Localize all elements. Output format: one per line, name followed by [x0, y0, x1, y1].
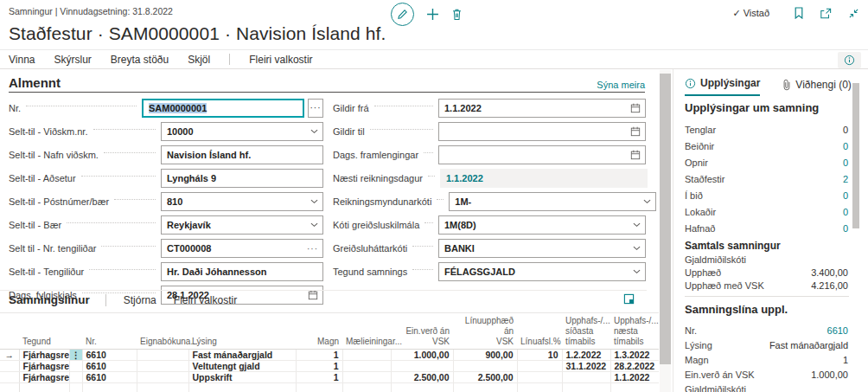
chevron-down-icon[interactable] [633, 246, 641, 251]
greidsluhattarkoti-field[interactable] [438, 239, 646, 258]
chevron-down-icon[interactable] [633, 222, 641, 228]
nr-assist-button[interactable]: ··· [308, 99, 323, 118]
reikningsmyndunarkoti-field[interactable] [449, 192, 656, 211]
col-sidasta-timabils[interactable]: Upphafs-/... síðasta tímabils [562, 313, 610, 350]
window-actions: ✓ Vistað [732, 7, 859, 19]
stat-row: Opnir 0 [673, 154, 868, 170]
tab-vidhengi[interactable]: Viðhengi (0) [782, 79, 852, 96]
field-row: Gildir til [333, 119, 646, 143]
tab-upplysingar[interactable]: Upplýsingar [685, 77, 760, 96]
stat-value: 0 [843, 125, 848, 135]
table-row[interactable]: → Fjárhagsreik... ⋮ 6610 Fast mánaðargja… [0, 350, 659, 361]
line-info-row: Lýsing Fast mánaðargjald [673, 337, 868, 352]
field-label: Reikningsmyndunarkóti [333, 196, 431, 207]
stat-row: Í bið 0 [673, 187, 868, 203]
stat-value-link[interactable]: 0 [843, 141, 848, 151]
selt-til-nafn-vidskm-field[interactable] [161, 145, 323, 164]
nr-field[interactable]: SAM0000001 [142, 99, 304, 118]
gildir-til-field[interactable] [438, 122, 646, 141]
field-row: Selt-til - Póstnúmer/bær [9, 190, 323, 213]
new-icon[interactable] [426, 8, 439, 21]
breadcrumb[interactable]: Samningur | Vinnudagsetning: 31.8.2022 [9, 6, 173, 16]
col-nr[interactable]: Nr. [82, 313, 137, 350]
lines-menu-stjorna[interactable]: Stjórna [124, 294, 156, 306]
assist-ellipsis-icon[interactable]: ··· [307, 243, 318, 253]
collapse-icon[interactable] [848, 8, 859, 19]
chevron-down-icon[interactable] [310, 199, 318, 204]
info-icon [844, 55, 855, 66]
calendar-icon[interactable] [630, 103, 641, 113]
stat-value-link[interactable]: 0 [843, 157, 848, 168]
col-tegund[interactable]: Tegund [19, 313, 69, 350]
line-info-value-link[interactable]: 6610 [827, 325, 848, 336]
lines-menu-more[interactable]: Fleiri valkostir [174, 294, 237, 306]
menu-breyta-stodu[interactable]: Breyta stöðu [111, 54, 169, 66]
field-row: Selt-til - Nafn viðskm. [9, 143, 323, 166]
menu-skyrslur[interactable]: Skýrslur [54, 54, 91, 66]
koti-greidsluskilmala-field[interactable] [438, 215, 646, 235]
field-row: Dags. framlengingar [333, 143, 646, 166]
factbox-divider [685, 296, 849, 297]
check-icon: ✓ [732, 8, 740, 19]
edit-icon[interactable] [391, 3, 414, 26]
chevron-down-icon[interactable] [310, 129, 318, 134]
row-menu-button[interactable]: ⋮ [69, 350, 82, 361]
stat-value-link[interactable]: 2 [843, 174, 848, 184]
chevron-down-icon[interactable] [633, 269, 641, 274]
line-info-row: Magn 1 [673, 352, 868, 367]
paperclip-icon [782, 79, 791, 91]
col-maelieiningar[interactable]: Mælieiningar... [342, 313, 391, 350]
general-left-column: Nr. SAM0000001 ··· Selt-til - Viðskm.nr.… [9, 96, 323, 306]
delete-icon[interactable] [451, 8, 463, 21]
help-info-button[interactable] [838, 52, 861, 68]
field-row: Tegund samnings [333, 260, 646, 283]
selt-til-nr-tengilidar-field[interactable]: ··· [161, 239, 323, 258]
factbox-tabs: Upplýsingar Viðhengi (0) [685, 77, 852, 96]
factbox-scrollbar-thumb[interactable] [852, 83, 859, 228]
field-label: Selt-til - Bær [9, 220, 61, 230]
stat-row: Staðfestir 2 [673, 170, 868, 187]
show-more-link[interactable]: Sýna meira [597, 80, 645, 90]
table-row[interactable]: Fjárhagsreik... 6610 Uppskrift 1 2.500,0… [0, 372, 659, 383]
menu-vinna[interactable]: Vinna [9, 54, 35, 66]
menu-skjol[interactable]: Skjöl [188, 54, 210, 66]
col-row-menu [69, 313, 82, 350]
open-in-window-icon[interactable] [820, 8, 832, 19]
selt-til-vidskm-nr-field[interactable] [161, 122, 323, 141]
col-eignabokuna[interactable]: Eignabókuna... [137, 313, 188, 350]
calendar-icon[interactable] [630, 126, 641, 137]
table-header-row: Tegund Nr. Eignabókuna... Lýsing Magn Mæ… [0, 313, 659, 350]
selt-til-baer-field[interactable] [161, 215, 323, 235]
table-row[interactable]: Fjárhagsreik... 6610 Veltutengt gjald 1 … [0, 361, 659, 372]
stat-value-link[interactable]: 0 [843, 190, 848, 201]
stat-value-link[interactable]: 0 [843, 207, 848, 217]
stat-row: Hafnað 0 [673, 220, 868, 236]
totals-row: Upphæð 3.400,00 [673, 266, 868, 279]
col-lysing[interactable]: Lýsing [188, 313, 296, 350]
menu-more-options[interactable]: Fleiri valkostir [249, 54, 312, 66]
bookmark-icon[interactable] [795, 7, 803, 19]
col-naesta-timabils[interactable]: Upphafs-/... næsta tímabils [610, 313, 659, 350]
table-row-empty[interactable] [0, 383, 659, 392]
selt-til-postnumer-baer-field[interactable] [161, 192, 323, 211]
field-label: Kóti greiðsluskilmála [333, 220, 419, 230]
general-right-column: Gildir frá Gildir til Dags. framlenginga… [333, 96, 646, 283]
chevron-down-icon[interactable] [310, 222, 318, 228]
dags-framlengingar-field[interactable] [438, 145, 646, 164]
col-linuupphaed[interactable]: Línuupphæð án VSK [453, 313, 517, 350]
field-label: Gildir til [333, 126, 365, 137]
gildir-fra-field[interactable] [438, 99, 646, 118]
selt-til-adsetur-field[interactable] [161, 169, 323, 188]
field-row: Selt-til - Aðsetur [9, 166, 323, 190]
tegund-samnings-field[interactable] [438, 262, 646, 281]
field-label: Selt-til - Póstnúmer/bær [9, 196, 109, 207]
stat-value-link[interactable]: 0 [843, 223, 848, 234]
chevron-down-icon[interactable] [643, 199, 651, 204]
selt-til-tengilidur-field[interactable] [161, 262, 323, 281]
open-in-excel-icon[interactable] [623, 293, 635, 305]
field-label: Selt-til - Aðsetur [9, 173, 76, 183]
col-magn[interactable]: Magn [296, 313, 342, 350]
calendar-icon[interactable] [630, 150, 641, 160]
col-linuafsl[interactable]: Línuafsl.% [517, 313, 562, 350]
main-scrollbar-thumb[interactable] [660, 74, 671, 364]
